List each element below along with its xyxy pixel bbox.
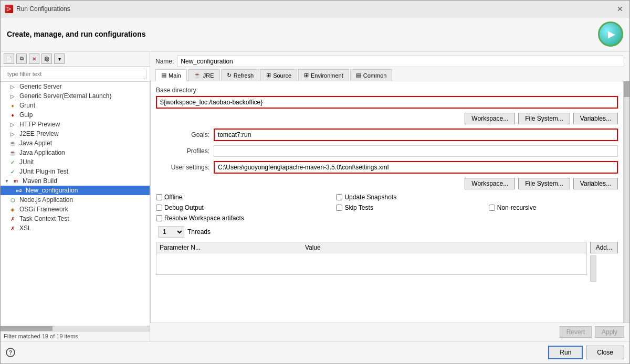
variables-button-2[interactable]: Variables... bbox=[573, 178, 618, 189]
sidebar-item-java-application[interactable]: ☕ Java Application bbox=[1, 148, 150, 157]
user-settings-buttons: Workspace... File System... Variables... bbox=[156, 178, 618, 189]
revert-apply-row: Revert Apply bbox=[150, 323, 629, 341]
delete-button[interactable]: ✕ bbox=[29, 53, 39, 64]
variables-button-1[interactable]: Variables... bbox=[573, 113, 618, 124]
name-input[interactable] bbox=[177, 56, 624, 67]
sidebar-item-label: New_configuration bbox=[26, 187, 78, 194]
grunt-icon: ♦ bbox=[9, 102, 16, 109]
base-directory-input[interactable] bbox=[156, 96, 618, 109]
goals-input[interactable] bbox=[214, 129, 618, 141]
sidebar-item-label: OSGi Framework bbox=[19, 206, 68, 213]
sidebar-item-java-applet[interactable]: ☕ Java Applet bbox=[1, 138, 150, 148]
sidebar-item-label: JUnit bbox=[19, 158, 34, 166]
workspace-button-1[interactable]: Workspace... bbox=[465, 113, 515, 124]
duplicate-button[interactable]: ⧉ bbox=[16, 53, 27, 64]
apply-button[interactable]: Apply bbox=[595, 326, 624, 338]
sidebar: 📄 ⧉ ✕ ⛓ ▾ ▷ Generic Server ▷ Generic Ser… bbox=[1, 51, 150, 341]
right-panel-scrollbar-thumb bbox=[624, 81, 629, 97]
sidebar-item-nodejs[interactable]: ⬡ Node.js Application bbox=[1, 195, 150, 205]
name-row: Name: bbox=[150, 51, 629, 69]
params-scrollbar[interactable] bbox=[590, 255, 596, 282]
xsl-icon: ✗ bbox=[9, 224, 16, 232]
j2ee-icon: ▷ bbox=[9, 130, 16, 137]
threads-label: Threads bbox=[187, 228, 211, 235]
update-snapshots-checkbox-row: Update Snapshots bbox=[336, 194, 478, 201]
skip-tests-checkbox[interactable] bbox=[336, 205, 342, 211]
sidebar-item-xsl[interactable]: ✗ XSL bbox=[1, 223, 150, 233]
bottom-left: ? bbox=[6, 346, 545, 359]
link-button[interactable]: ⛓ bbox=[41, 53, 52, 64]
applet-icon: ☕ bbox=[9, 140, 16, 147]
profiles-input[interactable] bbox=[214, 145, 618, 157]
tab-refresh[interactable]: ↻ Refresh bbox=[221, 69, 260, 81]
sidebar-item-label: Gulp bbox=[19, 111, 33, 119]
sidebar-item-task-context[interactable]: ✗ Task Context Test bbox=[1, 214, 150, 223]
tab-source[interactable]: ⊞ Source bbox=[260, 69, 297, 81]
sidebar-item-generic-server-ext[interactable]: ▷ Generic Server(External Launch) bbox=[1, 91, 150, 101]
params-area: Parameter N... Value Add... bbox=[156, 242, 618, 282]
debug-output-checkbox[interactable] bbox=[156, 205, 162, 211]
run-icon-button[interactable] bbox=[598, 22, 623, 47]
sidebar-item-maven-build[interactable]: ▼ m Maven Build bbox=[1, 176, 150, 186]
filesystem-button-1[interactable]: File System... bbox=[518, 113, 570, 124]
user-settings-row: User settings: bbox=[156, 161, 618, 174]
panel-area: Base directory: Workspace... File System… bbox=[150, 81, 629, 323]
sidebar-item-osgi[interactable]: ◈ OSGi Framework bbox=[1, 205, 150, 214]
add-param-button[interactable]: Add... bbox=[590, 242, 618, 253]
sidebar-item-junit-plugin[interactable]: ✓ JUnit Plug-in Test bbox=[1, 167, 150, 176]
resolve-workspace-checkbox[interactable] bbox=[156, 215, 162, 221]
params-body bbox=[156, 253, 586, 274]
tab-environment[interactable]: ⊞ Environment bbox=[298, 69, 349, 81]
user-settings-input[interactable] bbox=[214, 161, 618, 174]
http-icon: ▷ bbox=[9, 121, 16, 128]
update-snapshots-checkbox[interactable] bbox=[336, 194, 342, 200]
profiles-label: Profiles: bbox=[156, 147, 214, 155]
close-icon[interactable]: ✕ bbox=[615, 5, 625, 13]
non-recursive-label: Non-recursive bbox=[497, 204, 537, 211]
main-content: 📄 ⧉ ✕ ⛓ ▾ ▷ Generic Server ▷ Generic Ser… bbox=[1, 51, 629, 341]
filesystem-button-2[interactable]: File System... bbox=[518, 178, 570, 189]
offline-checkbox[interactable] bbox=[156, 194, 162, 200]
main-tab-icon: ▤ bbox=[161, 72, 166, 79]
env-tab-icon: ⊞ bbox=[304, 72, 309, 79]
name-label: Name: bbox=[155, 58, 174, 65]
sidebar-scrollbar[interactable] bbox=[1, 326, 150, 331]
threads-select[interactable]: 1 2 4 8 bbox=[158, 226, 184, 238]
tab-jre[interactable]: ☕ JRE bbox=[188, 69, 220, 81]
settings-button[interactable]: ▾ bbox=[54, 53, 65, 64]
osgi-icon: ◈ bbox=[9, 206, 16, 213]
right-panel-scrollbar[interactable] bbox=[623, 81, 629, 323]
new-config-button[interactable]: 📄 bbox=[4, 53, 14, 64]
sidebar-item-gulp[interactable]: ♦ Gulp bbox=[1, 110, 150, 120]
sidebar-item-label: Generic Server(External Launch) bbox=[19, 92, 111, 100]
header-title: Create, manage, and run configurations bbox=[7, 30, 146, 38]
sidebar-item-grunt[interactable]: ♦ Grunt bbox=[1, 101, 150, 110]
revert-button[interactable]: Revert bbox=[560, 326, 592, 338]
base-directory-label: Base directory: bbox=[156, 87, 618, 94]
filter-input[interactable] bbox=[4, 69, 146, 79]
sidebar-item-label: JUnit Plug-in Test bbox=[19, 168, 68, 175]
sidebar-item-label: Maven Build bbox=[23, 177, 57, 185]
chevron-icon: ▼ bbox=[5, 179, 9, 184]
help-icon[interactable]: ? bbox=[6, 348, 15, 357]
tab-common[interactable]: ▤ Common bbox=[350, 69, 393, 81]
tab-main[interactable]: ▤ Main bbox=[155, 69, 187, 81]
workspace-button-2[interactable]: Workspace... bbox=[465, 178, 515, 189]
goals-label: Goals: bbox=[156, 131, 214, 138]
profiles-row: Profiles: bbox=[156, 145, 618, 157]
params-table: Parameter N... Value bbox=[156, 242, 587, 275]
non-recursive-checkbox[interactable] bbox=[489, 205, 495, 211]
debug-output-checkbox-row: Debug Output bbox=[156, 204, 326, 211]
close-button[interactable]: Close bbox=[586, 346, 624, 359]
sidebar-item-junit[interactable]: ✓ JUnit bbox=[1, 157, 150, 167]
tab-label: Source bbox=[273, 72, 291, 79]
run-button[interactable]: Run bbox=[548, 346, 583, 359]
common-tab-icon: ▤ bbox=[356, 72, 361, 79]
sidebar-item-j2ee[interactable]: ▷ J2EE Preview bbox=[1, 129, 150, 138]
sidebar-item-http-preview[interactable]: ▷ HTTP Preview bbox=[1, 120, 150, 129]
tab-label: Refresh bbox=[234, 72, 254, 79]
sidebar-item-label: Task Context Test bbox=[19, 215, 69, 222]
sidebar-item-new-configuration[interactable]: m2 New_configuration bbox=[1, 186, 150, 195]
sidebar-item-generic-server[interactable]: ▷ Generic Server bbox=[1, 82, 150, 91]
tab-label: Main bbox=[169, 72, 181, 79]
